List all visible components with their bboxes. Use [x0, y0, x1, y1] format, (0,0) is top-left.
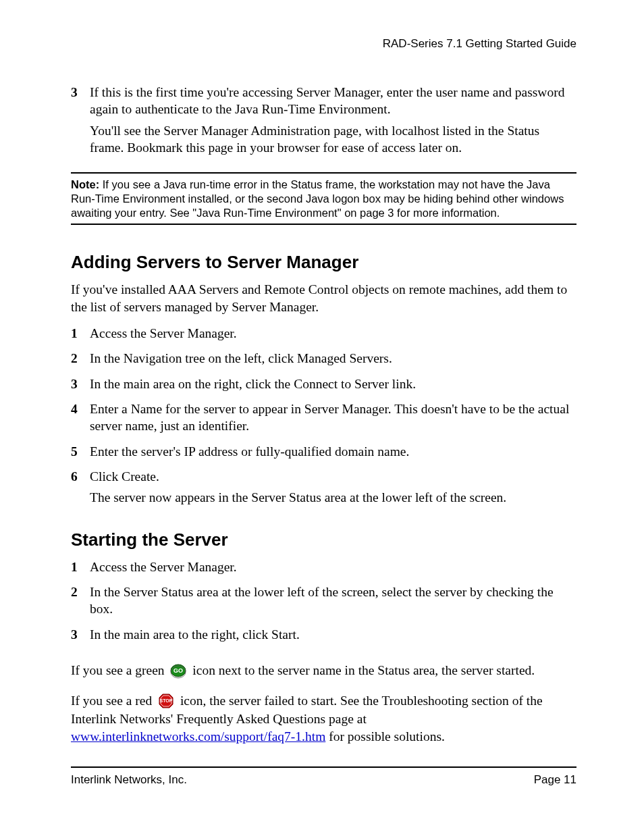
section-intro: If you've installed AAA Servers and Remo… — [71, 281, 576, 315]
text: If you see a red — [71, 694, 155, 708]
step-number: 2 — [71, 350, 90, 367]
step-text: You'll see the Server Manager Administra… — [90, 122, 576, 157]
step-text: Access the Server Manager. — [90, 558, 576, 575]
starting-server-steps: 1 Access the Server Manager. 2 In the Se… — [71, 558, 576, 643]
step-text: If this is the first time you're accessi… — [90, 84, 576, 118]
footer-page-number: Page 11 — [534, 773, 576, 787]
step-body: Click Create. The server now appears in … — [90, 468, 576, 511]
step-number: 1 — [71, 325, 90, 342]
step-number: 2 — [71, 583, 90, 618]
list-item: 5 Enter the server's IP address or fully… — [71, 443, 576, 460]
step-body: If this is the first time you're accessi… — [90, 84, 576, 160]
list-item: 1 Access the Server Manager. — [71, 558, 576, 575]
step-text: Access the Server Manager. — [90, 325, 576, 342]
faq-link[interactable]: www.interlinknetworks.com/support/faq7-1… — [71, 729, 325, 744]
list-item: 3 In the main area on the right, click t… — [71, 375, 576, 392]
step-number: 3 — [71, 84, 90, 160]
step-number: 6 — [71, 468, 90, 511]
section-heading-starting-server: Starting the Server — [71, 529, 576, 550]
adding-servers-steps: 1 Access the Server Manager. 2 In the Na… — [71, 325, 576, 511]
section-heading-adding-servers: Adding Servers to Server Manager — [71, 252, 576, 273]
step-text: Enter the server's IP address or fully-q… — [90, 443, 576, 460]
footer-company: Interlink Networks, Inc. — [71, 773, 187, 787]
step-text: In the Navigation tree on the left, clic… — [90, 350, 576, 367]
step-number: 5 — [71, 443, 90, 460]
go-icon: GO — [170, 664, 186, 679]
step-number: 3 — [71, 626, 90, 643]
step-after-text: The server now appears in the Server Sta… — [90, 489, 576, 506]
svg-text:GO: GO — [173, 667, 183, 674]
text: If you see a green — [71, 663, 167, 677]
step-text: In the main area on the right, click the… — [90, 375, 576, 392]
step-number: 3 — [71, 375, 90, 392]
list-item: 2 In the Server Status area at the lower… — [71, 583, 576, 618]
step-text: In the main area to the right, click Sta… — [90, 626, 576, 643]
text: for possible solutions. — [329, 729, 445, 744]
note-text: If you see a Java run-time error in the … — [71, 178, 564, 218]
list-item: 2 In the Navigation tree on the left, cl… — [71, 350, 576, 367]
note-box: Note: If you see a Java run-time error i… — [71, 172, 576, 225]
green-icon-paragraph: If you see a green GO icon next to the s… — [71, 662, 576, 680]
step-text: Click Create. — [90, 468, 576, 485]
page-header: RAD-Series 7.1 Getting Started Guide — [71, 37, 576, 51]
header-title: RAD-Series 7.1 Getting Started Guide — [383, 37, 576, 50]
continued-step-3: 3 If this is the first time you're acces… — [71, 84, 576, 160]
list-item: 3 In the main area to the right, click S… — [71, 626, 576, 643]
page-footer: Interlink Networks, Inc. Page 11 — [71, 766, 576, 787]
step-text: In the Server Status area at the lower l… — [90, 583, 576, 618]
text: icon next to the server name in the Stat… — [192, 663, 535, 677]
document-page: RAD-Series 7.1 Getting Started Guide 3 I… — [0, 0, 644, 834]
note-label: Note: — [71, 178, 99, 190]
list-item: 4 Enter a Name for the server to appear … — [71, 400, 576, 435]
list-item: 6 Click Create. The server now appears i… — [71, 468, 576, 511]
stop-icon: STOP — [158, 693, 174, 709]
step-number: 4 — [71, 400, 90, 435]
step-number: 1 — [71, 558, 90, 575]
red-icon-paragraph: If you see a red STOP icon, the server f… — [71, 692, 576, 746]
step-text: Enter a Name for the server to appear in… — [90, 400, 576, 435]
list-item: 1 Access the Server Manager. — [71, 325, 576, 342]
svg-text:STOP: STOP — [160, 698, 173, 703]
